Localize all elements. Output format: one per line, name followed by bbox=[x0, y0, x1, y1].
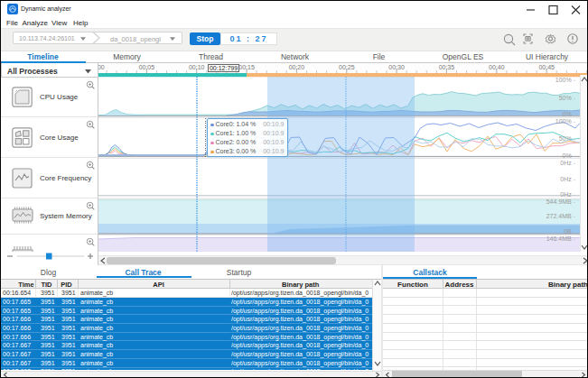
svg-text:00:45: 00:45 bbox=[538, 64, 555, 70]
svg-text:00:35: 00:35 bbox=[439, 64, 455, 70]
svg-text:00:00: 00:00 bbox=[98, 64, 105, 70]
svg-text:00:25: 00:25 bbox=[339, 64, 355, 70]
svg-text:00:20: 00:20 bbox=[289, 64, 305, 70]
svg-text:00:10: 00:10 bbox=[189, 64, 205, 70]
svg-text:00:30: 00:30 bbox=[388, 64, 405, 70]
svg-text:00:40: 00:40 bbox=[489, 64, 505, 70]
svg-text:00:15: 00:15 bbox=[238, 64, 255, 70]
svg-text:00:05: 00:05 bbox=[139, 64, 155, 70]
